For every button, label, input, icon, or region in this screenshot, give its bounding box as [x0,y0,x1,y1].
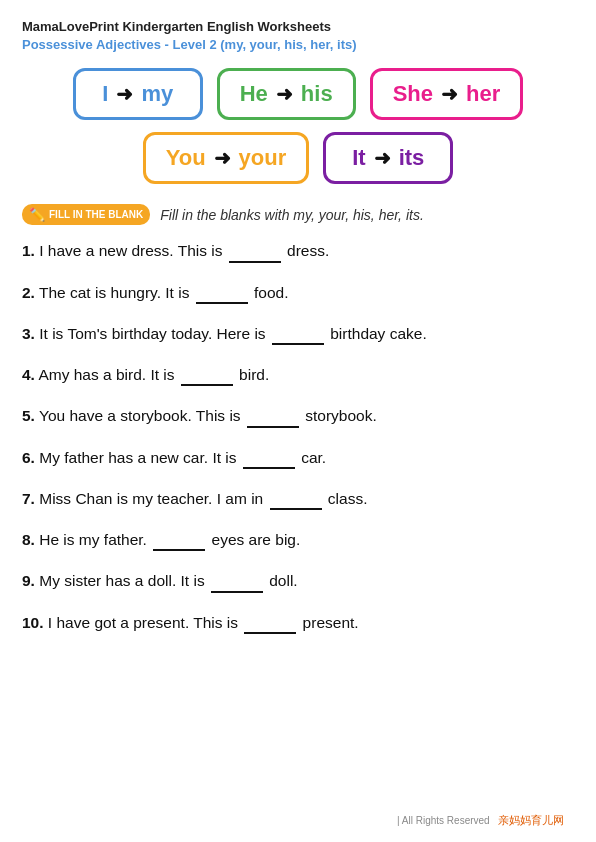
pronoun-he: He [240,81,268,107]
possessive-her: her [466,81,500,107]
possessive-my: my [141,81,173,107]
footer: | All Rights Reserved 亲妈妈育儿网 [397,813,564,828]
page-wrapper: MamaLovePrint Kindergarten English Works… [22,18,574,838]
blank-5 [247,426,299,428]
pronoun-box-you: You ➜ your [143,132,310,184]
pronoun-box-i: I ➜ my [73,68,203,120]
blank-6 [243,467,295,469]
blank-2 [196,302,248,304]
pronoun-i: I [102,81,108,107]
pronoun-row-2: You ➜ your It ➜ its [22,132,574,184]
blank-8 [153,549,205,551]
header-line2: Possessive Adjectives - Level 2 (my, you… [22,36,574,54]
question-7: 7. Miss Chan is my teacher. I am in clas… [22,487,574,510]
possessive-his: his [301,81,333,107]
fill-badge-label: FILL IN THE BLANK [49,209,143,220]
question-3: 3. It is Tom's birthday today. Here is b… [22,322,574,345]
pencil-icon: ✏️ [29,207,45,222]
possessive-its: its [399,145,425,171]
question-4: 4. Amy has a bird. It is bird. [22,363,574,386]
blank-1 [229,261,281,263]
blank-9 [211,591,263,593]
pronoun-it: It [352,145,365,171]
arrow-you: ➜ [214,146,231,170]
footer-chinese: 亲妈妈育儿网 [498,814,564,826]
pronoun-she: She [393,81,433,107]
header: MamaLovePrint Kindergarten English Works… [22,18,574,54]
arrow-she: ➜ [441,82,458,106]
pronoun-row-1: I ➜ my He ➜ his She ➜ her [22,68,574,120]
blank-3 [272,343,324,345]
footer-text: | All Rights Reserved [397,815,495,826]
blank-7 [270,508,322,510]
arrow-he: ➜ [276,82,293,106]
question-2: 2. The cat is hungry. It is food. [22,281,574,304]
question-5: 5. You have a storybook. This is storybo… [22,404,574,427]
fill-badge: ✏️ FILL IN THE BLANK [22,204,150,225]
fill-header: ✏️ FILL IN THE BLANK Fill in the blanks … [22,204,574,225]
questions-list: 1. I have a new dress. This is dress. 2.… [22,239,574,634]
question-1: 1. I have a new dress. This is dress. [22,239,574,262]
question-10: 10. I have got a present. This is presen… [22,611,574,634]
pronoun-box-he: He ➜ his [217,68,356,120]
pronoun-box-it: It ➜ its [323,132,453,184]
blank-10 [244,632,296,634]
possessive-your: your [239,145,287,171]
pronoun-you: You [166,145,206,171]
header-line1: MamaLovePrint Kindergarten English Works… [22,18,574,36]
question-9: 9. My sister has a doll. It is doll. [22,569,574,592]
fill-instruction: Fill in the blanks with my, your, his, h… [160,207,424,223]
arrow-it: ➜ [374,146,391,170]
question-8: 8. He is my father. eyes are big. [22,528,574,551]
arrow-i: ➜ [116,82,133,106]
pronoun-box-she: She ➜ her [370,68,524,120]
question-6: 6. My father has a new car. It is car. [22,446,574,469]
blank-4 [181,384,233,386]
